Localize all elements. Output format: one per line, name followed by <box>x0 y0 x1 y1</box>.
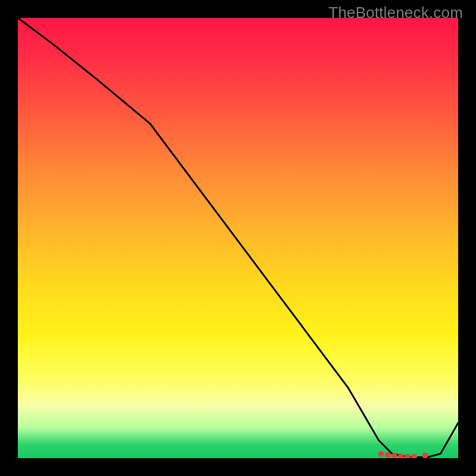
frame-border <box>0 0 18 476</box>
frame-border <box>458 0 476 476</box>
chart-frame: TheBottleneck.com <box>0 0 476 476</box>
plot-area <box>18 18 458 458</box>
watermark-text: TheBottleneck.com <box>328 4 463 22</box>
frame-border <box>0 458 476 476</box>
